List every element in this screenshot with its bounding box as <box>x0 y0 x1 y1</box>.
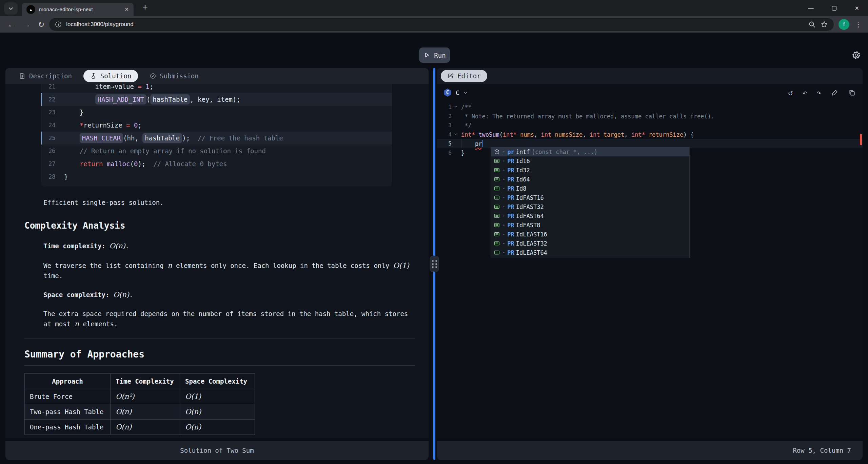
browser-toolbar: ← → ↻ localhost:3000/playground f ⋮ <box>0 16 868 33</box>
zoom-icon[interactable] <box>808 20 816 28</box>
browser-window: ▲ monaco-editor-lsp-next ✕ + — ✕ ← → ↻ l… <box>0 0 868 464</box>
solution-code-block: 21 item→value = 1;22 HASH_ADD_INT(hashTa… <box>41 84 392 187</box>
suggest-item[interactable]: ·PRIdLEAST32 <box>491 239 689 248</box>
table-cell: O(1) <box>180 389 255 404</box>
tab-search-chevron-icon[interactable] <box>4 2 18 15</box>
window-close-button[interactable]: ✕ <box>855 5 859 12</box>
table-cell: O(n²) <box>111 389 180 404</box>
reload-icon[interactable]: ↻ <box>38 20 44 29</box>
code-line: 23 } <box>41 106 392 119</box>
profile-avatar[interactable]: f <box>839 19 849 30</box>
suggest-item[interactable]: ·PRIdLEAST16 <box>491 230 689 239</box>
editor-actions: ↺ ↶ ↷ <box>788 89 856 97</box>
tab-editor[interactable]: Editor <box>441 70 487 82</box>
line-number: 26 <box>41 148 64 154</box>
field-icon <box>493 203 500 210</box>
pencil-square-icon <box>447 73 454 79</box>
section-divider <box>24 365 415 366</box>
window-minimize-button[interactable]: — <box>808 5 814 11</box>
settings-gear-icon[interactable] <box>851 50 861 60</box>
table-header: Approach <box>25 374 111 389</box>
browser-menu-icon[interactable]: ⋮ <box>855 20 862 28</box>
suggest-item[interactable]: ·PRIdLEAST64 <box>491 248 689 257</box>
editor-line[interactable]: 2 * Note: The returned array must be mal… <box>437 112 863 121</box>
approaches-table: ApproachTime ComplexitySpace ComplexityB… <box>24 373 255 435</box>
suggest-item[interactable]: ·printf(const char *, ...) <box>491 147 689 156</box>
suggest-item[interactable]: ·PRIdFAST64 <box>491 211 689 220</box>
suggest-item[interactable]: ·PRIdFAST32 <box>491 202 689 211</box>
editor-panel: Editor C C ↺ ↶ ↷ <box>437 68 863 460</box>
line-number: 6 <box>437 150 452 156</box>
resize-grip-handle[interactable] <box>430 256 439 272</box>
paragraph: Efficient single-pass solution. <box>43 197 415 208</box>
browser-tabstrip: ▲ monaco-editor-lsp-next ✕ + — ✕ <box>0 0 868 16</box>
playground-app: Run DescriptionSolutionSubmission 21 ite… <box>0 33 868 464</box>
field-icon <box>493 231 500 238</box>
field-icon <box>493 221 500 229</box>
fold-chevron-icon[interactable] <box>452 132 461 137</box>
suggest-item[interactable]: ·PRIdFAST16 <box>491 193 689 202</box>
suggest-item[interactable]: ·PRId16 <box>491 156 689 166</box>
paragraph: We traverse the list containing n elemen… <box>43 260 415 281</box>
field-icon <box>493 185 500 192</box>
table-cell: One-pass Hash Table <box>25 420 111 435</box>
site-info-icon[interactable] <box>55 21 62 28</box>
document-icon <box>19 73 26 79</box>
redo-icon[interactable]: ↷ <box>816 89 821 97</box>
tab-submission[interactable]: Submission <box>150 72 198 80</box>
tab-description[interactable]: Description <box>19 72 72 80</box>
suggest-item[interactable]: ·PRId64 <box>491 175 689 184</box>
field-icon <box>493 240 500 247</box>
paragraph: Space complexity: O(n). <box>43 290 415 300</box>
table-row: Brute ForceO(n²)O(1) <box>25 389 255 404</box>
tab-close-icon[interactable]: ✕ <box>124 6 129 13</box>
bookmark-star-icon[interactable] <box>820 20 828 28</box>
code-line: 27 return malloc(0); // Allocate 0 bytes <box>41 157 392 170</box>
table-cell: O(n) <box>180 420 255 435</box>
left-panel-footer: Solution of Two Sum <box>5 441 429 460</box>
c-language-icon: C <box>443 89 452 97</box>
new-tab-button[interactable]: + <box>142 2 148 13</box>
solution-panel: DescriptionSolutionSubmission 21 item→va… <box>5 68 429 460</box>
language-select-label[interactable]: C <box>456 89 459 96</box>
editor-line[interactable]: 4int* twoSum(int* nums, int numsSize, in… <box>437 130 863 139</box>
line-number: 25 <box>41 135 64 141</box>
back-icon[interactable]: ← <box>7 20 15 29</box>
reset-icon[interactable]: ↺ <box>788 89 793 97</box>
table-row: Two-pass Hash TableO(n)O(n) <box>25 404 255 420</box>
line-number: 28 <box>41 173 64 180</box>
line-number: 5 <box>437 140 452 147</box>
line-number: 22 <box>41 96 64 103</box>
tab-solution[interactable]: Solution <box>83 70 138 82</box>
table-cell: O(n) <box>180 404 255 420</box>
code-line: 28} <box>41 170 392 183</box>
window-controls: — ✕ <box>808 0 868 16</box>
copy-icon[interactable] <box>848 89 856 97</box>
editor-line[interactable]: 1/** <box>437 102 863 112</box>
url-bar[interactable]: localhost:3000/playground <box>49 18 834 31</box>
code-line: 21 item→value = 1; <box>41 84 392 93</box>
left-panel-tabbar: DescriptionSolutionSubmission <box>5 68 429 84</box>
line-number: 27 <box>41 160 64 167</box>
suggest-item[interactable]: ·PRId32 <box>491 166 689 175</box>
tab-label: Description <box>29 72 72 80</box>
url-text[interactable]: localhost:3000/playground <box>66 21 804 28</box>
field-icon <box>493 249 500 256</box>
browser-tab[interactable]: ▲ monaco-editor-lsp-next ✕ <box>22 3 134 16</box>
window-maximize-button[interactable] <box>832 6 836 11</box>
forward-icon[interactable]: → <box>23 20 31 29</box>
suggest-item[interactable]: ·PRId8 <box>491 184 689 193</box>
solution-prose: Efficient single-pass solution.Complexit… <box>24 188 415 435</box>
fold-chevron-icon[interactable] <box>452 105 461 110</box>
undo-icon[interactable]: ↶ <box>802 89 807 97</box>
line-number: 21 <box>41 84 64 90</box>
paragraph: Time complexity: O(n). <box>43 241 415 251</box>
suggest-item[interactable]: ·PRIdFAST8 <box>491 220 689 230</box>
format-icon[interactable] <box>831 89 839 97</box>
panel-resize-divider[interactable] <box>433 68 435 460</box>
field-icon <box>493 157 500 165</box>
indent-guide <box>461 139 461 148</box>
run-button[interactable]: Run <box>419 47 450 63</box>
editor-line[interactable]: 3 */ <box>437 121 863 130</box>
language-chevron-icon[interactable] <box>463 90 468 95</box>
